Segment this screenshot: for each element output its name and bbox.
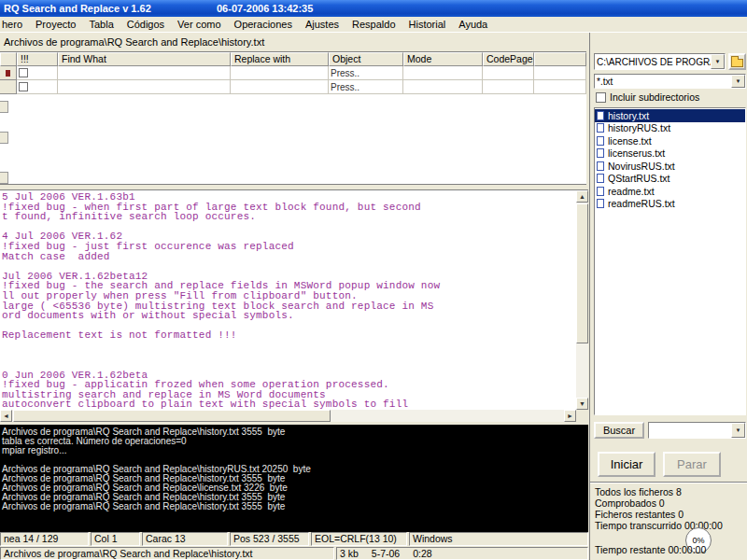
text-line: Match case added: [2, 252, 576, 262]
document-icon: [597, 136, 604, 146]
header-replace-with[interactable]: Replace with: [231, 52, 329, 66]
scroll-right-icon[interactable]: ►: [564, 410, 576, 422]
scroll-down-icon[interactable]: ▼: [576, 398, 588, 410]
status-char: Carac 13: [142, 532, 228, 546]
titlebar-datetime: 06-07-2006 13:42:35: [217, 3, 313, 14]
header-find-what[interactable]: Find What: [58, 52, 231, 66]
cutoff-toolbar-icon[interactable]: [0, 172, 8, 184]
cutoff-toolbar-icon[interactable]: [0, 132, 8, 144]
app-window: RQ Search and Replace v 1.62 06-07-2006 …: [0, 0, 747, 560]
status-os: Windows: [409, 532, 588, 546]
operation-log[interactable]: Archivos de programa\RQ Search and Repla…: [0, 425, 588, 532]
document-icon: [597, 148, 604, 158]
title-bar[interactable]: RQ Search and Replace v 1.62 06-07-2006 …: [0, 0, 747, 17]
important-cell[interactable]: [17, 66, 58, 80]
parar-button[interactable]: Parar: [663, 452, 721, 477]
status-eol: EOL=CRLF(13 10): [311, 532, 407, 546]
vertical-scrollbar[interactable]: ▲ ▼: [576, 190, 588, 410]
status-col: Col 1: [91, 532, 140, 546]
file-item[interactable]: NovirusRUS.txt: [595, 160, 745, 173]
time-remaining: Tiempo restante 00:00:00: [595, 544, 706, 555]
search-history-combo[interactable]: ▼: [648, 422, 746, 439]
text-line: Replacement text is not formatted !!!: [2, 330, 576, 341]
menu-item[interactable]: hero: [0, 18, 29, 31]
directory-combo[interactable]: C:\ARCHIVOS DE PROGRAMA\RQ ▼: [594, 53, 726, 70]
row-selector[interactable]: [0, 66, 17, 80]
menu-item[interactable]: Ver como: [171, 18, 227, 31]
iniciar-button[interactable]: Iniciar: [598, 452, 655, 477]
menu-item[interactable]: Respaldo: [345, 18, 402, 31]
header-object[interactable]: Object: [329, 52, 403, 66]
stat-line: Ficheros restantes 0: [595, 509, 744, 520]
editor-panel: 5 Jul 2006 VER.1.63b1!fixed bug - when f…: [0, 189, 588, 422]
file-name: NovirusRUS.txt: [608, 161, 675, 172]
file-item[interactable]: history.txt: [595, 109, 745, 122]
include-subdirs-label: Incluir subdirectorios: [610, 91, 699, 103]
search-panel: C:\ARCHIVOS DE PROGRAMA\RQ ▼ *.txt ▼ Inc…: [589, 33, 747, 560]
table-header-row: !!! Find What Replace with Object Mode C…: [0, 52, 586, 66]
scroll-left-icon[interactable]: ◄: [0, 410, 12, 422]
buscar-button[interactable]: Buscar: [594, 422, 644, 439]
mode-cell[interactable]: [403, 80, 483, 94]
text-line: !fixed bug - just first occurence was re…: [2, 242, 576, 252]
menu-bar: heroProyectoTablaCódigosVer comoOperacio…: [0, 17, 747, 33]
window-title: RQ Search and Replace v 1.62: [4, 3, 151, 14]
file-item[interactable]: historyRUS.txt: [595, 122, 745, 135]
file-date: 5-7-06: [372, 548, 400, 559]
replace-with-cell[interactable]: [231, 66, 329, 80]
menu-item[interactable]: Ajustes: [299, 18, 345, 31]
chevron-down-icon[interactable]: ▼: [731, 423, 745, 438]
vertical-scroll-thumb[interactable]: [576, 203, 588, 343]
row-selector[interactable]: [0, 80, 17, 94]
file-item[interactable]: QStartRUS.txt: [595, 173, 745, 186]
table-row[interactable]: Press..: [0, 66, 586, 80]
menu-item[interactable]: Proyecto: [29, 18, 82, 31]
file-mask-combo[interactable]: *.txt ▼: [594, 74, 746, 89]
stat-line: Tiempo transcurrido 00:00:00: [595, 520, 744, 531]
menu-item[interactable]: Ayuda: [452, 18, 494, 31]
file-time: 0:28: [413, 548, 431, 559]
table-row[interactable]: Press..: [0, 80, 586, 94]
file-item[interactable]: readme.txt: [595, 185, 745, 198]
history-text-view[interactable]: 5 Jul 2006 VER.1.63b1!fixed bug - when f…: [0, 190, 576, 410]
current-file-path: Archivos de programa\RQ Search and Repla…: [4, 36, 264, 48]
important-checkbox[interactable]: [19, 68, 28, 77]
path-bar: Archivos de programa\RQ Search and Repla…: [0, 34, 588, 50]
scroll-up-icon[interactable]: ▲: [576, 190, 588, 203]
browse-folder-button[interactable]: [728, 53, 746, 70]
menu-item[interactable]: Tabla: [82, 18, 120, 31]
file-item[interactable]: readmeRUS.txt: [595, 198, 745, 211]
menu-item[interactable]: Códigos: [120, 18, 171, 31]
important-checkbox[interactable]: [19, 82, 28, 91]
file-name: history.txt: [608, 110, 649, 121]
include-subdirs-option[interactable]: Incluir subdirectorios: [596, 91, 699, 103]
codepage-cell[interactable]: [483, 80, 534, 94]
file-name: readme.txt: [608, 186, 655, 197]
file-list[interactable]: history.txt historyRUS.txt license.txt l…: [594, 107, 746, 415]
menu-item[interactable]: Operaciones: [228, 18, 299, 31]
chevron-down-icon[interactable]: ▼: [711, 54, 725, 69]
header-mode[interactable]: Mode: [403, 52, 483, 66]
file-name: QStartRUS.txt: [608, 173, 670, 184]
menu-item[interactable]: Historial: [402, 18, 453, 31]
find-what-cell[interactable]: [58, 80, 231, 94]
important-cell[interactable]: [17, 80, 58, 94]
header-codepage[interactable]: CodePage: [483, 52, 534, 66]
horizontal-scrollbar[interactable]: ◄ ►: [0, 410, 576, 422]
replace-with-cell[interactable]: [231, 80, 329, 94]
find-what-cell[interactable]: [58, 66, 231, 80]
include-subdirs-checkbox[interactable]: [596, 92, 606, 103]
object-cell[interactable]: Press..: [329, 66, 403, 80]
header-important[interactable]: !!!: [17, 52, 58, 66]
object-cell[interactable]: Press..: [329, 80, 403, 94]
scrollbar-corner: [576, 410, 588, 422]
divider: [590, 482, 747, 483]
codepage-cell[interactable]: [483, 66, 534, 80]
chevron-down-icon[interactable]: ▼: [731, 75, 745, 88]
file-item[interactable]: licenserus.txt: [595, 147, 745, 161]
horizontal-scroll-thumb[interactable]: [13, 410, 331, 422]
cutoff-toolbar-icon[interactable]: [0, 101, 8, 113]
directory-combo-value: C:\ARCHIVOS DE PROGRAMA\RQ: [595, 57, 711, 67]
file-item[interactable]: license.txt: [595, 134, 745, 147]
mode-cell[interactable]: [403, 66, 483, 80]
